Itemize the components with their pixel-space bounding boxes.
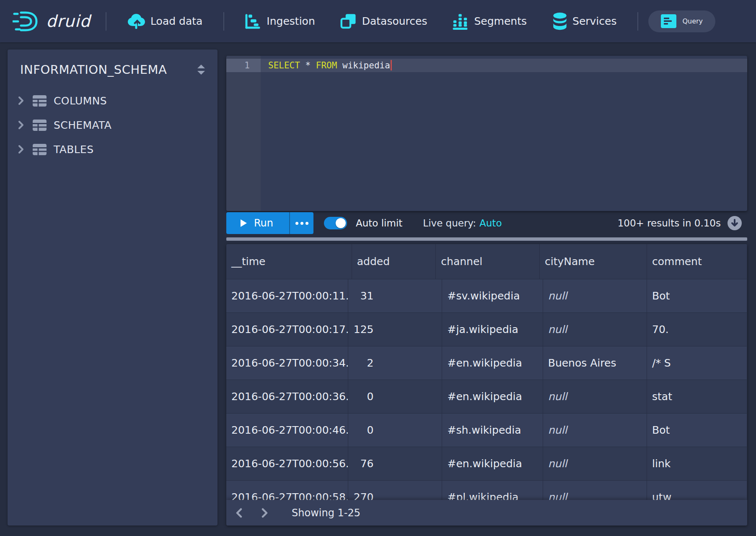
play-icon [241, 219, 247, 227]
table-icon [33, 119, 47, 131]
stacked-chart-icon [452, 13, 469, 30]
auto-limit-label: Auto limit [356, 218, 402, 229]
table-cell[interactable]: #en.wikipedia [442, 346, 543, 380]
brand-wordmark: druid [46, 12, 91, 31]
nav-item-load-data[interactable]: Load data [127, 13, 202, 30]
table-cell[interactable]: Bot [647, 279, 747, 313]
nav-item-label: Ingestion [267, 15, 315, 27]
previous-page-button[interactable] [230, 504, 248, 522]
table-row: 2016-06-27T00:00:36.027Z0#en.wikipedianu… [226, 380, 747, 414]
table-cell[interactable]: 0 [348, 380, 443, 414]
tree-item-label: SCHEMATA [54, 119, 111, 131]
download-arrow-icon [731, 219, 738, 227]
run-button-label: Run [254, 217, 273, 229]
live-query-text: Live query: [423, 218, 476, 229]
table-cell[interactable]: 2016-06-27T00:00:11.080Z [226, 279, 348, 313]
table-cell[interactable]: stat [647, 380, 747, 414]
panel-splitter[interactable] [226, 237, 747, 241]
schema-sidebar: INFORMATION_SCHEMA COLUMNS [8, 49, 217, 526]
live-query-value[interactable]: Auto [479, 218, 502, 229]
run-button[interactable]: Run [226, 212, 289, 234]
table-cell[interactable]: null [543, 414, 647, 447]
sql-star: * [300, 60, 316, 70]
sql-code[interactable]: SELECT * FROM wikipedia [261, 59, 747, 72]
sql-editor[interactable]: 1 SELECT * FROM wikipedia [226, 56, 747, 211]
run-bar: Run Auto limit Live query:Auto 100+ resu… [226, 212, 747, 234]
table-cell[interactable]: null [543, 279, 647, 313]
chevron-right-icon [18, 120, 24, 130]
table-row: 2016-06-27T00:00:46.874Z0#sh.wikipedianu… [226, 414, 747, 447]
table-cell[interactable]: /* S [647, 346, 747, 380]
column-header-added[interactable]: added [352, 244, 436, 279]
table-cell[interactable]: 70. [647, 313, 747, 346]
table-cell[interactable]: #ja.wikipedia [442, 313, 543, 346]
table-cell[interactable]: Bot [647, 414, 747, 447]
navbar: druid Load data Ingestion [0, 0, 756, 42]
dot [295, 222, 298, 225]
table-cell[interactable]: 76 [348, 447, 443, 481]
column-header-comment[interactable]: comment [647, 244, 747, 279]
navbar-divider [637, 12, 638, 31]
double-caret-vertical-icon[interactable] [197, 64, 206, 75]
gantt-chart-icon [244, 13, 261, 30]
table-cell[interactable]: 0 [348, 414, 443, 447]
column-header-channel[interactable]: channel [436, 244, 540, 279]
table-cell[interactable]: null [543, 380, 647, 414]
table-cell[interactable]: #sh.wikipedia [442, 414, 543, 447]
tree-item-tables[interactable]: TABLES [8, 137, 217, 161]
tree-item-label: TABLES [54, 143, 94, 156]
druid-brand: druid [13, 11, 91, 31]
druid-logo-icon [13, 11, 40, 31]
table-cell[interactable]: null [543, 313, 647, 346]
dot [300, 222, 303, 225]
table-cell[interactable]: 2016-06-27T00:00:17.457Z [226, 313, 348, 346]
nav-item-datasources[interactable]: Datasources [340, 13, 427, 30]
table-cell[interactable]: 2016-06-27T00:00:46.874Z [226, 414, 348, 447]
table-cell[interactable]: 2016-06-27T00:00:34.959Z [226, 346, 348, 380]
column-header-time[interactable]: __time [226, 244, 352, 279]
dot [306, 222, 308, 225]
live-query-label: Live query:Auto [423, 218, 502, 229]
navbar-divider [106, 12, 106, 31]
chevron-left-icon [236, 508, 242, 518]
table-cell[interactable]: #sv.wikipedia [442, 279, 543, 313]
cloud-upload-icon [127, 13, 145, 30]
nav-item-label: Services [572, 15, 616, 27]
table-row: 2016-06-27T00:00:17.457Z125#ja.wikipedia… [226, 313, 747, 346]
table-cell[interactable]: 2 [348, 346, 443, 380]
table-cell[interactable]: #en.wikipedia [442, 380, 543, 414]
nav-item-query-active[interactable]: Query [648, 10, 715, 32]
stacked-squares-icon [340, 13, 357, 30]
sql-keyword: SELECT [268, 60, 300, 70]
table-cell[interactable]: 31 [348, 279, 443, 313]
table-cell[interactable]: 125 [348, 313, 443, 346]
table-cell[interactable]: 2016-06-27T00:00:56.913Z [226, 447, 348, 481]
tree-item-columns[interactable]: COLUMNS [8, 88, 217, 113]
nav-item-services[interactable]: Services [553, 13, 616, 30]
column-header-cityname[interactable]: cityName [540, 244, 647, 279]
nav-item-segments[interactable]: Segments [452, 13, 527, 30]
toggle-knob [336, 218, 346, 228]
next-page-button[interactable] [255, 504, 274, 522]
nav-item-label: Load data [150, 15, 202, 27]
result-summary: 100+ results in 0.10s [618, 218, 721, 229]
results-footer: Showing 1-25 [226, 500, 747, 526]
table-cell[interactable]: Buenos Aires [543, 346, 647, 380]
schema-tree: COLUMNS SCHEMATA [8, 85, 217, 161]
navbar-divider [223, 12, 224, 31]
tree-item-schemata[interactable]: SCHEMATA [8, 113, 217, 137]
chevron-right-icon [18, 96, 24, 105]
run-split-button: Run [226, 212, 313, 234]
table-cell[interactable]: link [647, 447, 747, 481]
table-row: 2016-06-27T00:00:34.959Z2#en.wikipediaBu… [226, 346, 747, 380]
pagination-status: Showing 1-25 [292, 507, 360, 519]
table-cell[interactable]: #en.wikipedia [442, 447, 543, 481]
table-cell[interactable]: null [543, 447, 647, 481]
results-panel: __time added channel cityName comment 20… [226, 244, 747, 526]
nav-item-ingestion[interactable]: Ingestion [244, 13, 315, 30]
auto-limit-toggle[interactable] [324, 217, 347, 229]
sql-keyword: FROM [316, 60, 337, 70]
table-cell[interactable]: 2016-06-27T00:00:36.027Z [226, 380, 348, 414]
run-more-options-button[interactable] [289, 212, 313, 234]
download-results-button[interactable] [728, 216, 742, 230]
